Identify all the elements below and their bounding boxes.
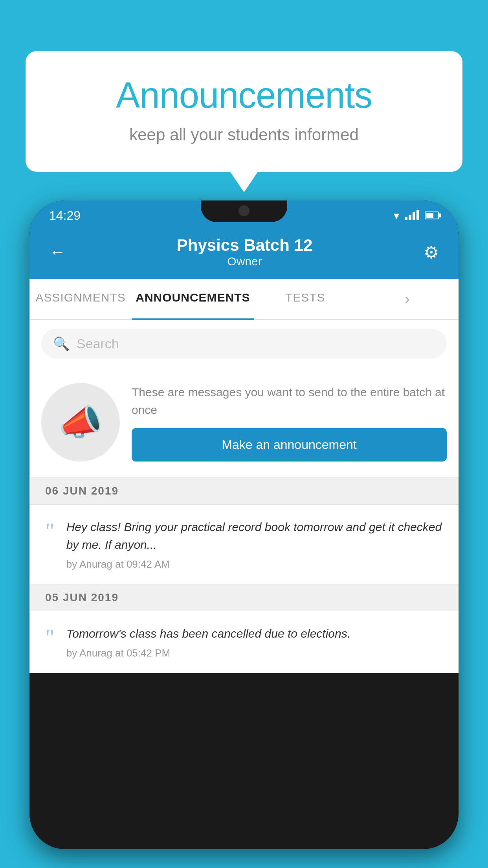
status-time: 14:29: [49, 208, 81, 223]
header-subtitle: Owner: [177, 255, 313, 268]
tab-assignments[interactable]: ASSIGNMENTS: [29, 279, 132, 319]
announcement-text-1: Hey class! Bring your practical record b…: [66, 518, 443, 570]
header-title: Physics Batch 12: [177, 236, 313, 255]
make-announcement-button[interactable]: Make an announcement: [132, 428, 447, 462]
date-divider-1: 06 JUN 2019: [29, 478, 459, 505]
announcement-meta-1: by Anurag at 09:42 AM: [66, 558, 443, 570]
announcement-item-2: " Tomorrow's class has been cancelled du…: [29, 611, 459, 673]
announcement-right: These are messages you want to send to t…: [132, 383, 447, 462]
phone-content: 🔍 Search 📣 These are messages you want t…: [29, 320, 459, 673]
search-bar[interactable]: 🔍 Search: [41, 329, 447, 359]
battery-icon: [425, 211, 439, 219]
app-header: ← Physics Batch 12 Owner ⚙: [29, 227, 459, 279]
quote-icon-2: ": [45, 626, 55, 659]
phone-container: 14:29 ▾ ← Physics Batch 12 Owner: [29, 200, 459, 868]
announcement-message-2: Tomorrow's class has been cancelled due …: [66, 625, 443, 642]
tabs-container: ASSIGNMENTS ANNOUNCEMENTS TESTS ›: [29, 279, 459, 320]
tab-more[interactable]: ›: [356, 279, 459, 319]
tab-announcements[interactable]: ANNOUNCEMENTS: [132, 279, 254, 319]
settings-icon[interactable]: ⚙: [424, 242, 439, 262]
signal-icon: [405, 211, 419, 220]
announcement-description: These are messages you want to send to t…: [132, 383, 447, 419]
announcement-message-1: Hey class! Bring your practical record b…: [66, 518, 443, 554]
wifi-icon: ▾: [394, 209, 399, 222]
notch: [201, 200, 287, 222]
bubble-subtitle: keep all your students informed: [57, 125, 431, 144]
announcement-prompt: 📣 These are messages you want to send to…: [29, 367, 459, 478]
search-icon: 🔍: [53, 336, 70, 351]
search-container: 🔍 Search: [29, 320, 459, 367]
announcement-text-2: Tomorrow's class has been cancelled due …: [66, 625, 443, 659]
announcement-icon-circle: 📣: [41, 383, 120, 462]
announcement-meta-2: by Anurag at 05:42 PM: [66, 647, 443, 659]
camera: [238, 205, 250, 216]
header-center: Physics Batch 12 Owner: [177, 236, 313, 268]
search-input[interactable]: Search: [77, 336, 119, 351]
phone-frame: 14:29 ▾ ← Physics Batch 12 Owner: [29, 200, 459, 849]
date-divider-2: 05 JUN 2019: [29, 584, 459, 611]
megaphone-icon: 📣: [59, 402, 103, 443]
announcement-item-1: " Hey class! Bring your practical record…: [29, 505, 459, 584]
tab-tests[interactable]: TESTS: [254, 279, 356, 319]
back-button[interactable]: ←: [49, 243, 66, 261]
status-icons: ▾: [394, 209, 439, 222]
quote-icon-1: ": [45, 520, 55, 570]
speech-bubble: Announcements keep all your students inf…: [26, 51, 462, 172]
bubble-title: Announcements: [57, 75, 431, 116]
